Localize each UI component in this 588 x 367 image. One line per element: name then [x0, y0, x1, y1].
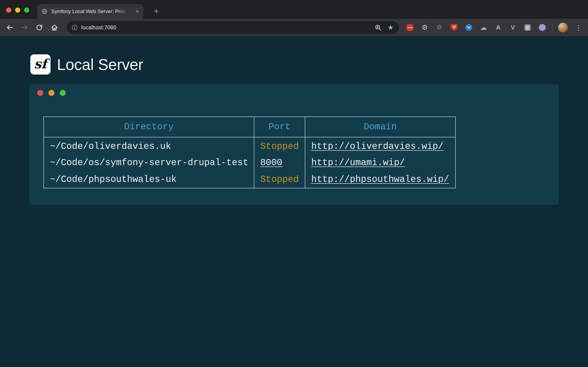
server-table: Directory Port Domain ~/Code/oliverdavie… [43, 117, 456, 188]
list-icon[interactable] [524, 24, 531, 31]
tab-strip: Symfony Local Web Server: Prox × + [0, 0, 588, 19]
table-row: ~/Code/phpsouthwales-uk Stopped http://p… [44, 171, 456, 188]
site-info-icon[interactable] [72, 25, 78, 31]
vimium-icon[interactable]: V [509, 24, 517, 31]
column-header-directory: Directory [44, 117, 254, 137]
tab-title: Symfony Local Web Server: Prox [51, 8, 130, 15]
address-bar[interactable]: localhost:7080 ★ [67, 21, 399, 34]
profile-avatar[interactable] [558, 23, 568, 33]
port-status: Stopped [260, 174, 299, 185]
back-button[interactable] [6, 23, 14, 32]
card-dot-green [60, 90, 66, 96]
pocket-icon[interactable] [465, 24, 473, 31]
ublock-icon[interactable]: U [450, 24, 458, 31]
domain-link[interactable]: http://phpsouthwales.wip/ [311, 174, 449, 185]
page-content: sf Local Server Directory Port [0, 36, 588, 367]
domain-link[interactable]: http://oliverdavies.wip/ [311, 141, 443, 152]
home-button[interactable] [50, 23, 59, 32]
tab-close-icon[interactable]: × [136, 8, 139, 15]
reload-button[interactable] [35, 23, 43, 32]
octocat-icon[interactable] [538, 24, 546, 31]
url-text[interactable]: localhost:7080 [81, 25, 116, 31]
cog-icon[interactable]: ⚙ [435, 24, 443, 31]
directory-cell: ~/Code/oliverdavies.uk [44, 137, 254, 154]
browser-toolbar: localhost:7080 ★ ⚙ ⚙ U [0, 19, 588, 36]
window-close-button[interactable] [6, 8, 11, 13]
directory-cell: ~/Code/phpsouthwales-uk [44, 171, 254, 188]
browser-window: Symfony Local Web Server: Prox × + [0, 0, 588, 367]
omnibox-actions: ★ [375, 24, 394, 31]
tab-title-fade [118, 8, 130, 15]
table-header-row: Directory Port Domain [44, 117, 456, 137]
port-link[interactable]: 8000 [260, 158, 282, 168]
window-controls [6, 8, 29, 13]
bookmark-star-icon[interactable]: ★ [388, 24, 394, 31]
domain-link[interactable]: http://umami.wip/ [311, 158, 405, 168]
card-dot-orange [48, 90, 54, 96]
column-header-port: Port [254, 117, 305, 137]
browser-tab[interactable]: Symfony Local Web Server: Prox × [37, 4, 143, 19]
browser-menu-icon[interactable]: ⋮ [574, 22, 583, 33]
page-title: Local Server [57, 56, 143, 73]
adblock-icon[interactable] [406, 24, 414, 31]
card-dot-red [37, 90, 43, 96]
globe-favicon-icon [42, 8, 48, 15]
extensions-bar: ⚙ ⚙ U ☁ A V [406, 19, 546, 36]
new-tab-button[interactable]: + [152, 6, 161, 17]
cloud-icon[interactable]: ☁ [480, 24, 487, 31]
card-window-dots [37, 90, 66, 96]
zoom-icon[interactable] [375, 24, 381, 31]
forward-button[interactable] [21, 23, 29, 32]
symfony-logo-icon: sf [30, 54, 51, 75]
directory-cell: ~/Code/os/symfony-server-drupal-test [44, 154, 254, 171]
table-row: ~/Code/os/symfony-server-drupal-test 800… [44, 154, 456, 171]
window-zoom-button[interactable] [24, 8, 29, 13]
gear-icon[interactable]: ⚙ [421, 24, 429, 31]
toolbar-separator [552, 23, 552, 32]
server-card: Directory Port Domain ~/Code/oliverdavie… [29, 84, 559, 205]
symfony-logo-text: sf [34, 56, 47, 71]
column-header-domain: Domain [305, 117, 456, 137]
brand-header: sf Local Server [30, 54, 143, 75]
table-row: ~/Code/oliverdavies.uk Stopped http://ol… [44, 137, 456, 154]
port-status: Stopped [260, 141, 299, 152]
letter-a-icon[interactable]: A [494, 24, 502, 31]
window-minimize-button[interactable] [15, 8, 20, 13]
